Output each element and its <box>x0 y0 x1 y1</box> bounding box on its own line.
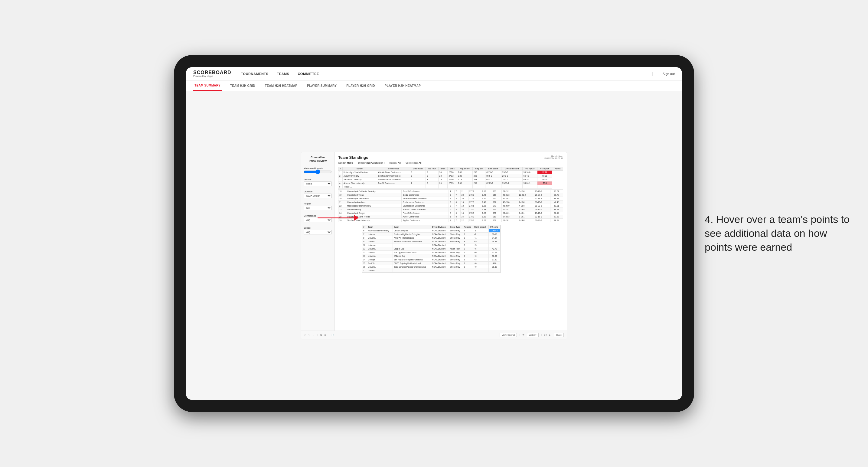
tab-team-h2h-heatmap[interactable]: TEAM H2H HEATMAP <box>264 81 299 91</box>
sub-nav: TEAM SUMMARY TEAM H2H GRID TEAM H2H HEAT… <box>186 81 682 91</box>
cell-points[interactable]: 80.20 <box>537 178 552 182</box>
cell-rank: 2 <box>338 174 343 178</box>
sidebar-label-division: Division <box>304 190 332 193</box>
expanded-row[interactable]: 12Univers...The Cypress Point ClassicNCA… <box>362 251 500 254</box>
region-select[interactable]: N/A <box>304 206 332 210</box>
tab-player-h2h-heatmap[interactable]: PLAYER H2H HEATMAP <box>383 81 422 91</box>
col-school: School <box>343 167 377 170</box>
table-row[interactable]: 26The Ohio State UniversityBig Ten Confe… <box>338 219 563 222</box>
cell-conf-rank: 2 <box>410 182 426 185</box>
share-button[interactable]: Share <box>554 333 564 337</box>
exp-col-team: Team <box>367 225 393 229</box>
toolbar-copy[interactable]: ⧉ <box>320 334 322 336</box>
cell-low: 63-5-0 <box>486 178 501 182</box>
logo-sub: Powered by clippd <box>193 75 231 77</box>
cell-conf-rank: 1 <box>410 170 426 174</box>
filter-division-label: Division: NCAA Division I <box>358 161 384 164</box>
cell-rank: 4 <box>338 182 343 185</box>
table-row[interactable]: 19University of TexasBig 12 Conference37… <box>338 193 563 197</box>
cell-tours: 8 <box>426 178 438 182</box>
col-vs50: Vs Top 50 <box>537 167 552 170</box>
min-rounds-slider[interactable] <box>304 170 332 173</box>
col-bnds: Bnds <box>438 167 447 170</box>
table-row[interactable]: 3 Vanderbilt University Southeastern Con… <box>338 178 563 182</box>
nav-committee[interactable]: COMMITTEE <box>298 71 319 77</box>
col-tours: No Tour <box>426 167 438 170</box>
main-content: CommitteePortal Review Minimum Rounds Ge… <box>186 91 682 400</box>
school-select[interactable]: (All) <box>304 230 332 235</box>
table-row[interactable]: 1 University of North Carolina Atlantic … <box>338 170 563 174</box>
expanded-row[interactable]: 6Arizona State UniversityCelso Collegiat… <box>362 229 500 232</box>
comment-icon[interactable]: 💬 <box>544 334 547 336</box>
col-vs25: Vs Top 25 <box>523 167 537 170</box>
toolbar-undo[interactable]: ↩ <box>304 334 306 336</box>
tab-team-h2h-grid[interactable]: TEAM H2H GRID <box>229 81 256 91</box>
tab-player-summary[interactable]: PLAYER SUMMARY <box>306 81 338 91</box>
logo-text: SCOREBOARD <box>193 70 231 75</box>
expanded-row[interactable]: 16Univers...2023 Sahalee Players Champio… <box>362 265 500 269</box>
cell-school: Vanderbilt University <box>343 178 377 182</box>
table-row[interactable]: 5 Texas T... <box>338 185 563 189</box>
table-row-highlighted[interactable]: 4 Arizona State University Pac-12 Confer… <box>338 182 563 185</box>
cell-points-highlighted[interactable]: 79.5 <box>537 182 552 185</box>
sidebar-section-school: School (All) <box>304 226 332 235</box>
outer-annotation: 4. Hover over a team's points to see add… <box>705 213 850 254</box>
expanded-row[interactable]: 17Univers... <box>362 269 500 273</box>
col-adj-score: Adj. Score <box>457 167 473 170</box>
cell-record: 29-5-0 <box>501 178 522 182</box>
cell-school: Auburn University <box>343 174 377 178</box>
report-sidebar: CommitteePortal Review Minimum Rounds Ge… <box>301 152 335 331</box>
cell-bnds: 23 <box>438 174 447 178</box>
table-row[interactable]: 22Mississippi State UniversitySoutheaste… <box>338 204 563 208</box>
toolbar-clock[interactable]: 🕐 <box>332 334 334 336</box>
fullscreen-icon[interactable]: ⛶ <box>549 334 551 336</box>
cell-adj: 2.73 <box>457 178 473 182</box>
report-header-row: Team Standings Update time: 13/03/2024 1… <box>338 155 563 160</box>
expanded-row[interactable]: 7Univers...Southern Highlands Collegiate… <box>362 232 500 236</box>
sidebar-title: CommitteePortal Review <box>304 156 332 163</box>
toolbar-redo[interactable]: ↪ <box>309 334 310 336</box>
table-row[interactable]: 21University of AlabamaSoutheastern Conf… <box>338 200 563 204</box>
table-row[interactable]: 2 Auburn University Southeastern Confere… <box>338 174 563 178</box>
col-rank: # <box>338 167 343 170</box>
sidebar-section-division: Division NCAA Division I <box>304 190 332 198</box>
expanded-row[interactable]: 8Univers...Amer An IntercollegiateNCAA D… <box>362 236 500 240</box>
cell-record: 29-9-0 <box>501 174 522 178</box>
standings-table-continued: 18University of California, BerkeleyPac-… <box>338 189 563 222</box>
toolbar-download[interactable]: ⊕ <box>324 334 326 336</box>
expanded-row[interactable]: 14GeorgiaBen Hogan Collegiate Invitation… <box>362 258 500 261</box>
exp-col-rounds: Rounds <box>463 225 473 229</box>
table-row[interactable]: 25University of North FloridaASUN Confer… <box>338 215 563 219</box>
cell-points[interactable] <box>537 185 552 189</box>
tab-player-h2h-grid[interactable]: PLAYER H2H GRID <box>345 81 376 91</box>
expanded-row[interactable]: 10Univers...NCAA Division I3+5 <box>362 244 500 247</box>
gender-select[interactable]: Men's <box>304 182 332 186</box>
toolbar-back[interactable]: ← <box>313 334 315 336</box>
nav-tournaments[interactable]: TOURNAMENTS <box>241 71 269 77</box>
table-row[interactable]: 18University of California, BerkeleyPac-… <box>338 190 563 193</box>
division-select[interactable]: NCAA Division I <box>304 194 332 198</box>
exp-col-impact: Rank Impact <box>473 225 489 229</box>
cell-conf-rank: 1 <box>410 174 426 178</box>
nav-teams[interactable]: TEAMS <box>277 71 289 77</box>
expanded-row[interactable]: 11Univers...Copper CupNCAA Division IMat… <box>362 247 500 251</box>
cell-points[interactable]: 97.02 <box>537 170 552 174</box>
cell-adj: 2.82 <box>457 174 473 178</box>
exp-col-type: Event Type <box>449 225 463 229</box>
sign-out-button[interactable]: Sign out <box>663 72 675 75</box>
expanded-row[interactable]: 15East TeiOFCC Fighting Illini Invitatio… <box>362 261 500 265</box>
expanded-row[interactable]: 9Univers...National Invitational Tournam… <box>362 240 500 244</box>
table-row[interactable]: 24University of OregonPac-12 Conference5… <box>338 211 563 215</box>
cell-tours: 9 <box>426 174 438 178</box>
tablet-frame: SCOREBOARD Powered by clippd TOURNAMENTS… <box>174 55 694 412</box>
table-row[interactable]: 23Duke UniversityAtlantic Coast Conferen… <box>338 208 563 211</box>
cell-conf: Southeastern Conference <box>377 178 410 182</box>
tablet-screen: SCOREBOARD Powered by clippd TOURNAMENTS… <box>186 67 682 400</box>
expanded-row[interactable]: 13Univers...Williams CupNCAA Division IS… <box>362 254 500 258</box>
view-original-button[interactable]: View: Original <box>500 333 517 337</box>
cell-points[interactable]: 93.31 <box>537 174 552 178</box>
table-row[interactable]: 20University of New MexicoMountain West … <box>338 197 563 200</box>
watch-button[interactable]: Watch ▾ <box>527 333 539 337</box>
tab-team-summary[interactable]: TEAM SUMMARY <box>193 81 222 91</box>
report-body: CommitteePortal Review Minimum Rounds Ge… <box>301 152 567 331</box>
